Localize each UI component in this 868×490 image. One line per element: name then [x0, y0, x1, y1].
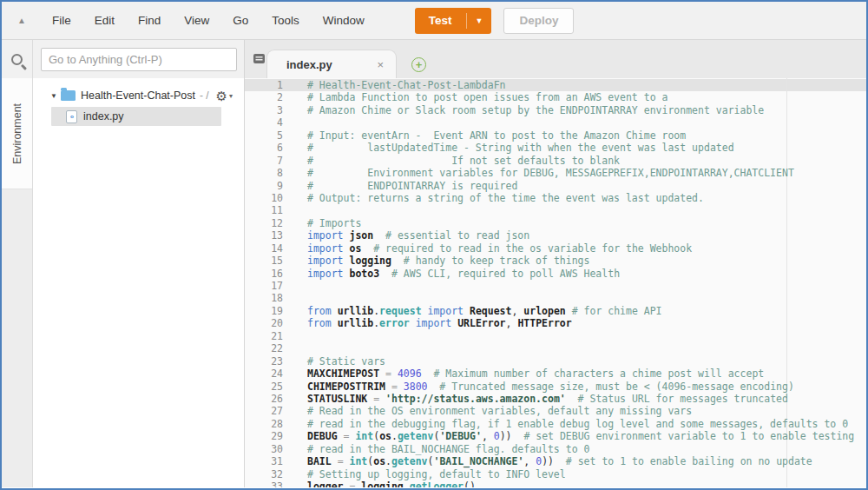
ide-window: ▲ File Edit Find View Go Tools Window Te… [0, 0, 868, 490]
code-line[interactable]: # If not set defaults to blank [307, 155, 866, 167]
tree-settings-button[interactable]: ⚙ ▾ [216, 89, 244, 103]
line-number[interactable]: 15 [245, 255, 283, 267]
tree-file-row-selected[interactable]: ‹› index.py [51, 107, 221, 126]
code-line[interactable]: # Static vars [307, 355, 866, 368]
line-number[interactable]: 12 [245, 217, 283, 229]
code-line[interactable]: # Environment variables for DEBUG, MESSA… [307, 167, 866, 179]
line-number[interactable]: 19 [245, 305, 283, 317]
line-number[interactable]: 16 [245, 268, 283, 280]
code-line[interactable]: import boto3 # AWS CLI, required to poll… [307, 268, 866, 280]
code-line[interactable]: CHIMEPOSTTRIM = 3800 # Truncated message… [307, 381, 866, 393]
line-number[interactable]: 2 [245, 91, 283, 103]
line-number[interactable]: 21 [245, 330, 283, 342]
tab-list-icon[interactable] [253, 53, 266, 69]
code-line[interactable]: from urllib.error import URLError, HTTPE… [307, 317, 866, 329]
code-line[interactable]: # read in the debugging flag, if 1 enabl… [307, 418, 866, 430]
menu-item-window[interactable]: Window [323, 14, 365, 27]
code-line[interactable] [307, 204, 866, 216]
code-line[interactable] [307, 330, 866, 342]
line-number[interactable]: 29 [245, 430, 283, 442]
line-number[interactable]: 11 [245, 204, 283, 216]
code-line[interactable]: MAXCHIMEPOST = 4096 # Maximum number of … [307, 368, 866, 380]
line-number[interactable]: 28 [245, 418, 283, 430]
code-line[interactable]: import os # required to read in the os v… [307, 242, 866, 255]
menu-item-go[interactable]: Go [233, 14, 248, 27]
code-line[interactable]: # Amazon Chime or Slack room setup by th… [307, 104, 866, 116]
collapse-menu-icon[interactable]: ▲ [17, 16, 26, 25]
line-number[interactable]: 27 [245, 405, 283, 417]
code-line[interactable]: # read in the BAIL_NOCHANGE flag. defaul… [307, 443, 866, 455]
line-number[interactable]: 1 [245, 79, 283, 91]
line-number[interactable]: 7 [245, 155, 283, 167]
line-number[interactable]: 6 [245, 142, 283, 154]
test-button[interactable]: Test ▼ [415, 8, 492, 34]
editor-column: index.py × + 123456789101112131415161718… [245, 40, 866, 487]
line-number[interactable]: 17 [245, 280, 283, 292]
gear-caret-icon: ▾ [229, 92, 233, 100]
code-line[interactable] [307, 116, 866, 129]
menu-item-tools[interactable]: Tools [272, 14, 299, 27]
line-number-gutter[interactable]: 1234567891011121314151617181920212223242… [245, 78, 297, 487]
code-line[interactable]: # Output: returns a string of the time t… [307, 192, 866, 204]
line-number[interactable]: 25 [245, 381, 283, 393]
line-number[interactable]: 13 [245, 229, 283, 242]
sidebar-tab-environment[interactable]: Environment [2, 78, 32, 189]
line-number[interactable]: 22 [245, 342, 283, 354]
new-tab-button[interactable]: + [411, 57, 426, 72]
menu-item-edit[interactable]: Edit [95, 14, 115, 27]
tab-index-py[interactable]: index.py × [266, 50, 397, 78]
line-number[interactable]: 32 [245, 468, 283, 480]
code-line[interactable]: # Health-Event-Chat-Post-LambdaFn [307, 79, 866, 91]
line-number[interactable]: 30 [245, 443, 283, 455]
code-line[interactable] [307, 280, 866, 292]
line-number[interactable]: 23 [245, 355, 283, 368]
folder-name: Health-Event-Chat-Post [81, 89, 195, 102]
folder-disclosure-icon[interactable]: ▼ [50, 92, 61, 100]
code-line[interactable] [307, 342, 866, 354]
environment-panel: ▼ Health-Event-Chat-Post - / ⚙ ▾ ‹› inde… [33, 40, 245, 487]
goto-anything-input[interactable] [41, 48, 237, 71]
line-number[interactable]: 31 [245, 455, 283, 467]
code-line[interactable]: import json # essential to read json [307, 229, 866, 242]
menu-bar: ▲ File Edit Find View Go Tools Window Te… [2, 2, 866, 40]
tab-close-icon[interactable]: × [377, 58, 384, 71]
line-number[interactable]: 14 [245, 242, 283, 255]
code-line[interactable]: # Read in the OS environment variables, … [307, 405, 866, 417]
search-icon [11, 54, 23, 65]
code-line[interactable]: BAIL = int(os.getenv('BAIL_NOCHANGE', 0)… [307, 455, 866, 467]
line-number[interactable]: 3 [245, 104, 283, 116]
code-line[interactable]: # lastUpdatedTime - String with when the… [307, 142, 866, 154]
menu-item-find[interactable]: Find [138, 14, 161, 27]
line-number[interactable]: 9 [245, 180, 283, 192]
tree-folder-row[interactable]: ▼ Health-Event-Chat-Post - / ⚙ ▾ [33, 86, 244, 105]
line-number[interactable]: 10 [245, 192, 283, 204]
line-number[interactable]: 26 [245, 393, 283, 405]
code-line[interactable] [307, 292, 866, 304]
tab-label: index.py [286, 58, 332, 71]
code-line[interactable]: DEBUG = int(os.getenv('DEBUG', 0)) # set… [307, 430, 866, 442]
line-number[interactable]: 4 [245, 116, 283, 129]
test-dropdown-caret-icon[interactable]: ▼ [467, 17, 492, 25]
code-line[interactable]: STATUSLINK = 'http://status.aws.amazon.c… [307, 393, 866, 405]
code-editor[interactable]: 1234567891011121314151617181920212223242… [245, 78, 866, 487]
line-number[interactable]: 20 [245, 317, 283, 329]
line-number[interactable]: 8 [245, 167, 283, 179]
code-line[interactable]: # Lambda Function to post open issues fr… [307, 91, 866, 103]
line-number[interactable]: 5 [245, 129, 283, 142]
code-line[interactable]: # Input: eventArn - Event ARN to post to… [307, 129, 866, 142]
code-line[interactable]: # Setting up logging, default to INFO le… [307, 468, 866, 480]
line-number[interactable]: 33 [245, 480, 283, 487]
code-line[interactable]: import logging # handy to keep track of … [307, 255, 866, 267]
line-number[interactable]: 24 [245, 368, 283, 380]
menu-item-file[interactable]: File [52, 14, 71, 27]
menu-item-view[interactable]: View [184, 14, 209, 27]
code-line[interactable]: # ENDPOINTARRAY is required [307, 180, 866, 192]
deploy-button[interactable]: Deploy [503, 8, 574, 34]
tab-bar: index.py × + [245, 40, 866, 78]
line-number[interactable]: 18 [245, 292, 283, 304]
left-icon-strip: Environment [2, 40, 33, 487]
code-line[interactable]: # Imports [307, 217, 866, 229]
code-lines[interactable]: # Health-Event-Chat-Post-LambdaFn# Lambd… [297, 78, 866, 487]
code-line[interactable]: logger = logging.getLogger() [307, 480, 866, 487]
code-line[interactable]: from urllib.request import Request, urlo… [307, 305, 866, 317]
